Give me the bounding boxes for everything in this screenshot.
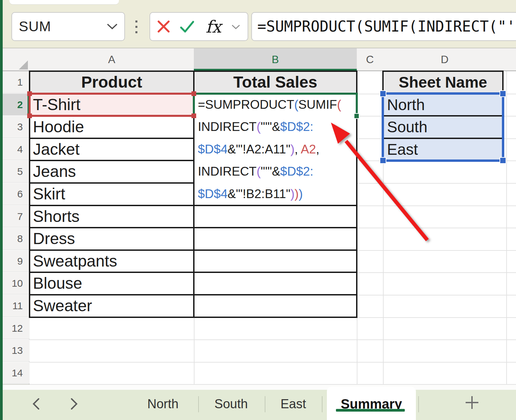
active-tab-underline [336, 409, 405, 412]
tab-separator [322, 396, 322, 412]
window-left-edge [0, 0, 3, 420]
tab-north[interactable]: North [133, 390, 193, 418]
tab-separator [418, 396, 419, 412]
sheet-nav-left-icon[interactable] [32, 397, 40, 411]
tab-south[interactable]: South [201, 390, 261, 418]
tab-separator [198, 396, 199, 412]
excel-window: SUM fx =SUMPRODUCT(SUMIF(INDIRECT("' ABC… [0, 0, 516, 420]
tab-separator [265, 396, 265, 412]
tab-label-summary[interactable]: Summary [327, 390, 416, 418]
add-sheet-icon[interactable] [464, 395, 480, 410]
tab-east[interactable]: East [263, 390, 324, 418]
red-annotation-arrow [312, 112, 437, 247]
sheet-nav-right-icon[interactable] [70, 397, 79, 411]
sheet-tabs-container: NorthSouthEastSummary [0, 0, 516, 420]
